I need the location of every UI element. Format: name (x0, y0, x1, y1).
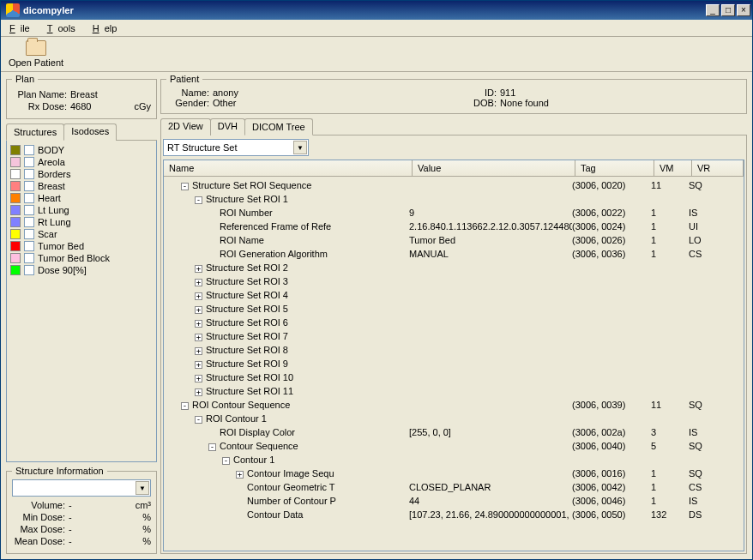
tree-row[interactable]: ROI Number9(3006, 0022)1IS (164, 206, 744, 220)
open-patient-button[interactable]: Open Patient (6, 40, 66, 68)
vol-unit: cm³ (136, 500, 151, 510)
tree-cell-name: ROI Number (167, 208, 409, 218)
expand-icon[interactable]: + (195, 347, 202, 355)
tree-cell-tag: (3006, 0039) (572, 400, 651, 410)
structure-select[interactable]: ▼ (12, 479, 151, 497)
tree-row[interactable]: -Contour 1 (164, 453, 744, 467)
col-name[interactable]: Name (164, 160, 413, 176)
structure-item[interactable]: Areola (9, 156, 154, 168)
tree-row[interactable]: +Structure Set ROI 9 (164, 357, 744, 370)
checkbox[interactable] (24, 205, 34, 215)
menu-tools[interactable]: Tools (42, 21, 86, 35)
checkbox[interactable] (24, 217, 34, 227)
checkbox[interactable] (24, 229, 34, 239)
tree-row[interactable]: ROI NameTumor Bed(3006, 0026)1LO (164, 233, 744, 247)
tree-row[interactable]: ROI Display Color[255, 0, 0](3006, 002a)… (164, 425, 744, 439)
structure-item[interactable]: Tumor Bed (9, 240, 154, 252)
expand-icon[interactable]: + (195, 388, 202, 396)
color-swatch (10, 241, 21, 251)
tree-cell-vr: SQ (689, 180, 740, 190)
structure-item[interactable]: Lt Lung (9, 204, 154, 216)
structure-item[interactable]: Dose 90[%] (9, 264, 154, 276)
tree-cell-name: -Structure Set ROI Sequence (167, 180, 409, 190)
structure-item[interactable]: Breast (9, 180, 154, 192)
tree-row[interactable]: Contour Data[107.23, 21.66, 24.890000000… (164, 508, 744, 521)
tree-cell-vr: UI (689, 221, 740, 232)
checkbox[interactable] (24, 181, 34, 191)
tree-row[interactable]: Contour Geometric TCLOSED_PLANAR(3006, 0… (164, 480, 744, 494)
tree-row[interactable]: +Structure Set ROI 6 (164, 316, 744, 329)
checkbox[interactable] (24, 253, 34, 263)
tree-body[interactable]: -Structure Set ROI Sequence(3006, 0020)1… (164, 177, 744, 551)
tab-2dview[interactable]: 2D View (160, 118, 211, 135)
structure-item[interactable]: Rt Lung (9, 216, 154, 228)
checkbox[interactable] (24, 265, 34, 275)
expand-icon[interactable]: + (195, 375, 202, 382)
minimize-button[interactable]: _ (706, 4, 720, 16)
expand-icon[interactable]: + (195, 265, 202, 273)
close-button[interactable]: × (737, 4, 750, 16)
tree-row[interactable]: -Structure Set ROI Sequence(3006, 0020)1… (164, 178, 744, 192)
tree-row[interactable]: ROI Generation AlgorithmMANUAL(3006, 003… (164, 247, 744, 261)
tree-row[interactable]: +Structure Set ROI 3 (164, 274, 744, 288)
tree-cell-tag: (3006, 002a) (572, 427, 651, 437)
collapse-icon[interactable]: - (222, 457, 230, 465)
tree-cell-vm: 11 (651, 180, 689, 190)
structure-item[interactable]: Borders (9, 168, 154, 180)
structure-item[interactable]: BODY (9, 144, 154, 156)
checkbox[interactable] (24, 157, 34, 167)
dicom-type-select[interactable]: RT Structure Set ▼ (163, 139, 309, 156)
expand-icon[interactable]: + (195, 320, 202, 328)
chevron-down-icon: ▼ (293, 141, 307, 154)
structure-label: Heart (38, 193, 61, 203)
collapse-icon[interactable]: - (195, 196, 202, 204)
checkbox[interactable] (24, 145, 34, 155)
tab-isodoses[interactable]: Isodoses (63, 123, 117, 141)
maximize-button[interactable]: □ (721, 4, 735, 16)
tree-row[interactable]: +Structure Set ROI 11 (164, 384, 744, 398)
expand-icon[interactable]: + (195, 279, 202, 286)
structure-item[interactable]: Heart (9, 192, 154, 204)
collapse-icon[interactable]: - (181, 183, 189, 190)
tree-row[interactable]: -ROI Contour 1 (164, 412, 744, 425)
tab-dvh[interactable]: DVH (210, 118, 245, 135)
expand-icon[interactable]: + (195, 306, 202, 314)
rx-dose-value: 4680 (70, 101, 134, 111)
tree-row[interactable]: Number of Contour P44(3006, 0046)1IS (164, 494, 744, 508)
collapse-icon[interactable]: - (195, 416, 202, 424)
col-tag[interactable]: Tag (575, 160, 654, 176)
checkbox[interactable] (24, 169, 34, 179)
tree-row[interactable]: +Structure Set ROI 7 (164, 329, 744, 343)
tree-cell-name: -ROI Contour 1 (167, 413, 409, 424)
tree-row[interactable]: Referenced Frame of Refe2.16.840.1.11366… (164, 220, 744, 233)
col-vr[interactable]: VR (692, 160, 744, 176)
tree-row[interactable]: +Structure Set ROI 5 (164, 302, 744, 316)
tree-row[interactable]: +Structure Set ROI 8 (164, 343, 744, 357)
tree-row[interactable]: +Structure Set ROI 10 (164, 370, 744, 384)
plan-name-value: Breast (70, 89, 151, 99)
expand-icon[interactable]: + (236, 471, 244, 479)
tree-row[interactable]: -Contour Sequence(3006, 0040)5SQ (164, 439, 744, 453)
col-vm[interactable]: VM (654, 160, 692, 176)
checkbox[interactable] (24, 241, 34, 251)
tree-row[interactable]: +Structure Set ROI 2 (164, 261, 744, 274)
tree-row[interactable]: -Structure Set ROI 1 (164, 192, 744, 206)
tree-row[interactable]: +Structure Set ROI 4 (164, 288, 744, 302)
structure-label: Scar (38, 229, 57, 239)
structure-item[interactable]: Scar (9, 228, 154, 240)
tab-structures[interactable]: Structures (6, 123, 64, 141)
tree-row[interactable]: +Contour Image Sequ(3006, 0016)1SQ (164, 467, 744, 480)
menu-file[interactable]: File (4, 21, 40, 35)
expand-icon[interactable]: + (195, 292, 202, 300)
collapse-icon[interactable]: - (181, 402, 189, 410)
structure-label: Dose 90[%] (38, 265, 87, 275)
menu-help[interactable]: Help (87, 21, 128, 35)
col-value[interactable]: Value (413, 160, 575, 176)
tree-row[interactable]: -ROI Contour Sequence(3006, 0039)11SQ (164, 398, 744, 412)
tab-dicom-tree[interactable]: DICOM Tree (244, 118, 313, 135)
expand-icon[interactable]: + (195, 361, 202, 369)
checkbox[interactable] (24, 193, 34, 203)
expand-icon[interactable]: + (195, 334, 202, 341)
structure-item[interactable]: Tumor Bed Block (9, 252, 154, 264)
collapse-icon[interactable]: - (208, 443, 216, 451)
